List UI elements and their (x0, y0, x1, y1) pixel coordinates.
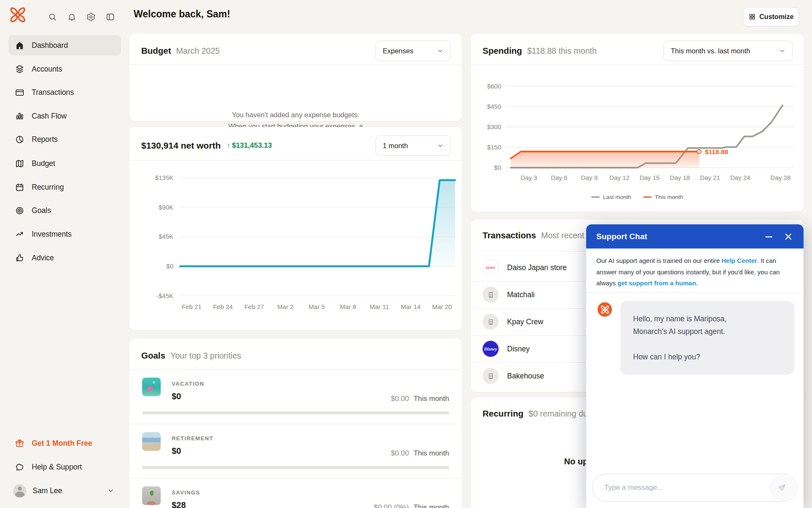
thumbs-up-icon (15, 253, 25, 263)
goal-amount: $0 (172, 446, 181, 456)
calendar-icon (15, 182, 25, 192)
merchant-name: Daiso Japan store (507, 263, 567, 272)
svg-text:$450: $450 (487, 103, 501, 110)
networth-chart: $135K$90K$45K$0-$45KFeb 21Feb 24Feb 27Ma… (129, 127, 462, 318)
dashboard-page: Welcome back, Sam! Customize DashboardAc… (0, 0, 812, 508)
sidebar-item-cash-flow[interactable]: Cash Flow (8, 106, 121, 126)
minimize-icon[interactable] (764, 232, 774, 242)
settings-gear-icon[interactable] (86, 12, 96, 22)
goal-name: RETIREMENT (172, 435, 214, 442)
close-icon[interactable] (783, 232, 793, 242)
goals-card: Goals Your top 3 priorities VACATION$0$0… (129, 339, 462, 508)
spending-card: Spending $118.88 this month This month v… (471, 34, 804, 212)
goal-amount: $0 (172, 392, 181, 401)
building-icon (483, 368, 499, 384)
target-icon (15, 206, 25, 215)
svg-text:Feb 24: Feb 24 (213, 303, 233, 310)
svg-text:Mar 11: Mar 11 (370, 303, 389, 310)
sidebar-item-budget[interactable]: Budget (8, 153, 121, 174)
svg-text:Day 28: Day 28 (771, 174, 791, 181)
gift-icon (15, 439, 25, 448)
layers-icon (15, 64, 25, 74)
budget-card-title: Budget (141, 46, 171, 56)
svg-text:Day 12: Day 12 (609, 174, 630, 181)
goal-month-summary: $0.00 (0%)This month (374, 503, 449, 508)
notifications-bell-icon[interactable] (67, 12, 77, 22)
pie-chart-icon (15, 135, 25, 144)
sidebar-item-help-support[interactable]: Help & Support (8, 457, 121, 477)
svg-text:$118.88: $118.88 (705, 148, 729, 155)
send-button[interactable] (770, 476, 794, 500)
svg-text:Day 9: Day 9 (581, 174, 598, 181)
chat-message-input[interactable] (604, 483, 770, 492)
sidebar-item-reports[interactable]: Reports (8, 129, 121, 149)
goal-progress-bar (142, 466, 449, 469)
home-icon (15, 41, 25, 50)
svg-text:Day 24: Day 24 (730, 174, 751, 181)
bar-chart-icon (15, 111, 25, 121)
goal-row-savings[interactable]: SAVINGS$28$0.00 (0%)This month (129, 485, 462, 508)
legend-item-last-month: Last month (591, 194, 631, 200)
goal-row-vacation[interactable]: VACATION$0$0.00This month (129, 376, 462, 430)
svg-text:Mar 14: Mar 14 (401, 303, 421, 310)
map-icon (15, 159, 25, 168)
sidebar-item-recurring[interactable]: Recurring (8, 177, 121, 197)
sidebar-item-accounts[interactable]: Accounts (8, 59, 121, 79)
svg-text:$600: $600 (487, 83, 501, 90)
sidebar-item-goals[interactable]: Goals (8, 200, 121, 221)
svg-text:$300: $300 (487, 123, 501, 130)
svg-text:Mar 2: Mar 2 (277, 303, 294, 310)
budget-card-subtitle: March 2025 (176, 46, 220, 56)
chevron-down-icon (437, 47, 444, 54)
monarch-logo-icon (9, 6, 26, 23)
svg-text:$150: $150 (487, 144, 501, 151)
svg-text:Mar 5: Mar 5 (309, 303, 325, 310)
customize-button[interactable]: Customize (743, 7, 799, 26)
chat-link-help-center[interactable]: Help Center (721, 257, 757, 264)
recurring-card-title: Recurring (483, 409, 524, 419)
credit-card-icon (15, 88, 25, 97)
sidebar-item-get-1-month-free[interactable]: Get 1 Month Free (8, 433, 121, 453)
page-title: Welcome back, Sam! (134, 8, 230, 20)
svg-text:$0: $0 (494, 164, 501, 171)
search-icon[interactable] (48, 12, 57, 22)
goal-amount: $28 (172, 500, 186, 508)
budget-type-dropdown[interactable]: Expenses (376, 41, 451, 61)
svg-text:Day 15: Day 15 (639, 174, 660, 181)
svg-text:Mar 8: Mar 8 (340, 303, 356, 310)
svg-text:$90K: $90K (159, 204, 173, 211)
chat-link-get-support-from-a-human[interactable]: get support from a human. (617, 279, 698, 287)
user-name: Sam Lee (33, 486, 62, 495)
merchant-name: Matchali (507, 290, 535, 299)
goal-row-retirement[interactable]: RETIREMENT$0$0.00This month (129, 431, 462, 485)
user-menu[interactable]: Sam Lee (8, 480, 121, 501)
disney-logo: Disney (483, 341, 499, 357)
goal-progress-bar (142, 411, 449, 414)
building-icon (483, 287, 499, 303)
sidebar-toggle-icon[interactable] (106, 12, 115, 22)
avatar (13, 484, 26, 497)
sidebar-item-advice[interactable]: Advice (8, 248, 121, 268)
svg-text:$0: $0 (166, 262, 173, 270)
sidebar-item-transactions[interactable]: Transactions (8, 82, 121, 102)
building-icon (483, 314, 499, 330)
spending-chart: $600$450$300$150$0Day 3Day 6Day 9Day 12D… (471, 34, 804, 190)
goal-thumbnail-retirement (142, 432, 161, 451)
svg-text:Mar 20: Mar 20 (432, 303, 452, 310)
svg-text:Day 21: Day 21 (700, 174, 720, 181)
goal-name: SAVINGS (172, 489, 200, 496)
svg-text:Day 18: Day 18 (670, 174, 690, 181)
daiso-logo: DAISO (483, 260, 499, 276)
paper-plane-icon (777, 483, 787, 492)
goal-name: VACATION (172, 381, 204, 387)
goal-thumbnail-vacation (142, 378, 161, 396)
merchant-name: Disney (507, 345, 530, 353)
support-chat-intro: Our AI support agent is trained on our e… (596, 255, 793, 289)
sidebar-item-investments[interactable]: Investments (8, 224, 121, 244)
transactions-card-subtitle: Most recent (541, 231, 584, 240)
goal-thumbnail-savings (142, 486, 161, 505)
mariposa-avatar (598, 302, 612, 317)
transactions-card-title: Transactions (483, 230, 536, 240)
sidebar-item-dashboard[interactable]: Dashboard (8, 35, 121, 55)
support-chat-title: Support Chat (596, 232, 647, 241)
